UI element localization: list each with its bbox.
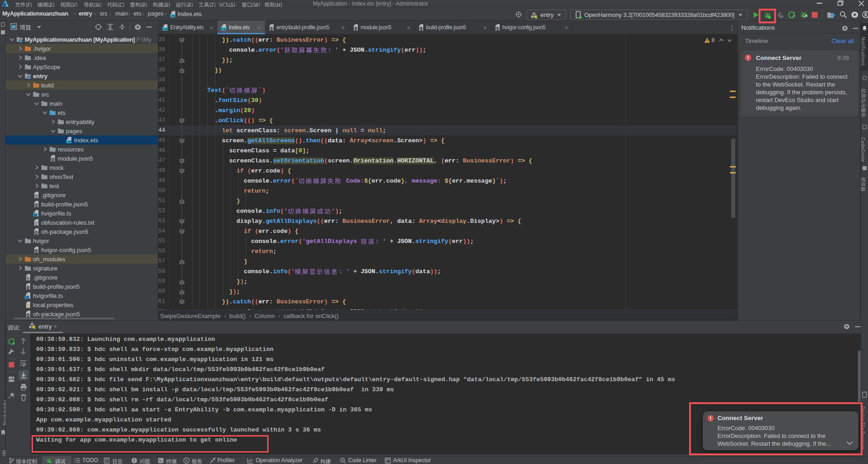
svg-text:ETS: ETS — [162, 28, 167, 31]
svg-text:ETS: ETS — [170, 15, 175, 17]
svg-text:TS: TS — [33, 214, 37, 216]
svg-text:TS: TS — [25, 296, 29, 299]
svg-text:ETS: ETS — [221, 28, 226, 31]
svg-text:ETS: ETS — [66, 140, 71, 143]
